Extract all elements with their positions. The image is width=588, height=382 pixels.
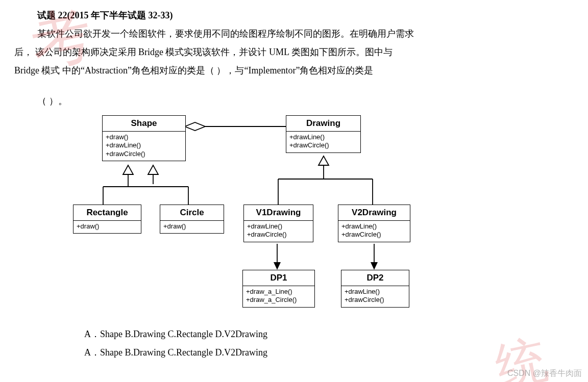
uml-class-name: Circle	[160, 205, 224, 221]
options-line-2: A．Shape B.Drawing C.Rectangle D.V2Drawin…	[84, 343, 588, 362]
uml-op: +drawCircle()	[341, 231, 407, 239]
svg-marker-6	[148, 165, 158, 174]
uml-class-dp2: DP2 +drawLine() +drawCircle()	[341, 270, 409, 308]
uml-class-name: Drawing	[286, 116, 360, 132]
uml-op: +drawCircle()	[106, 150, 182, 158]
question-title: 试题 22(2015 年下半年试题 32-33)	[14, 6, 574, 24]
svg-marker-9	[318, 156, 329, 165]
svg-marker-0	[185, 122, 205, 131]
uml-op: +drawCircle()	[289, 141, 357, 149]
uml-class-name: V2Drawing	[338, 205, 410, 221]
answer-options: A．Shape B.Drawing C.Rectangle D.V2Drawin…	[0, 322, 588, 362]
uml-op: +drawLine()	[247, 222, 310, 231]
uml-class-circle: Circle +draw()	[160, 205, 224, 234]
svg-marker-17	[371, 262, 378, 270]
svg-marker-2	[123, 165, 133, 174]
question-para1: 某软件公司欲开发一个绘图软件，要求使用不同的绘图程序绘制不同的图形。在明确用户需…	[14, 24, 574, 43]
uml-op: +draw_a_Circle()	[246, 296, 311, 304]
uml-class-name: Rectangle	[74, 205, 141, 221]
csdn-watermark: CSDN @辣香牛肉面	[507, 368, 582, 379]
uml-class-name: Shape	[103, 116, 185, 132]
uml-op: +draw_a_Line()	[246, 288, 311, 296]
question-text: 试题 22(2015 年下半年试题 32-33) 某软件公司欲开发一个绘图软件，…	[0, 0, 588, 110]
uml-op: +drawCircle()	[345, 296, 406, 304]
uml-op: +draw()	[77, 222, 138, 231]
uml-op: +drawLine()	[289, 133, 357, 141]
question-para3: Bridge 模式 中的“Abstraction”角色相对应的类是（ ），与“I…	[14, 61, 574, 80]
uml-class-v1drawing: V1Drawing +drawLine() +drawCircle()	[243, 205, 313, 242]
uml-op: +draw()	[106, 133, 182, 141]
options-line-1: A．Shape B.Drawing C.Rectangle D.V2Drawin…	[84, 325, 588, 343]
uml-op: +drawLine()	[341, 222, 407, 231]
uml-class-name: DP2	[341, 270, 409, 286]
question-para2: 后， 该公司的架构师决定采用 Bridge 模式实现该软件，并设计 UML 类图…	[14, 43, 574, 61]
uml-class-rectangle: Rectangle +draw()	[73, 205, 141, 234]
question-para4: （ ）。	[14, 92, 574, 110]
uml-class-dp1: DP1 +draw_a_Line() +draw_a_Circle()	[242, 270, 315, 308]
uml-class-v2drawing: V2Drawing +drawLine() +drawCircle()	[338, 205, 410, 242]
uml-class-name: V1Drawing	[244, 205, 313, 221]
uml-diagram: Shape +draw() +drawLine() +drawCircle() …	[0, 110, 588, 322]
uml-op: +drawCircle()	[247, 231, 310, 239]
uml-class-drawing: Drawing +drawLine() +drawCircle()	[286, 115, 361, 153]
uml-op: +drawLine()	[106, 141, 182, 149]
uml-class-name: DP1	[243, 270, 314, 286]
uml-op: +draw()	[163, 222, 220, 231]
uml-op: +drawLine()	[345, 288, 406, 296]
uml-class-shape: Shape +draw() +drawLine() +drawCircle()	[102, 115, 186, 161]
svg-marker-15	[274, 262, 281, 270]
